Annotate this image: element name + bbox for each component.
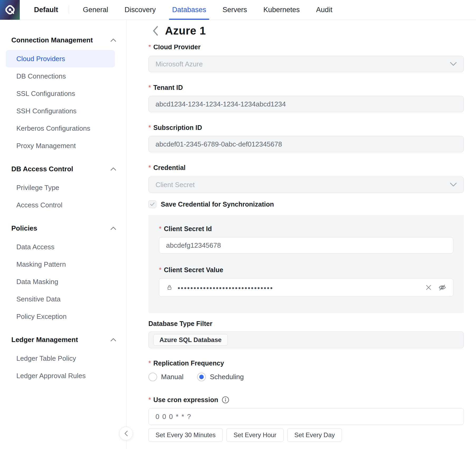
workspace-selector[interactable]: Default	[34, 6, 58, 14]
tab-audit[interactable]: Audit	[316, 0, 332, 20]
sidebar-section-connection-management[interactable]: Connection Management	[11, 36, 116, 44]
chevron-up-icon	[110, 38, 116, 42]
chevron-up-icon	[110, 227, 116, 230]
cloud-provider-label: * Cloud Provider	[148, 45, 464, 51]
sidebar-item-kerberos-configurations[interactable]: Kerberos Configurations	[6, 120, 115, 137]
app-logo[interactable]	[0, 0, 20, 20]
subscription-id-label: * Subscription ID	[148, 123, 464, 132]
client-secret-id-field[interactable]: abcdefg12345678	[159, 237, 453, 253]
info-icon[interactable]	[222, 396, 229, 404]
sidebar-section-db-access-control[interactable]: DB Access Control	[11, 165, 116, 173]
radio-manual[interactable]	[148, 373, 157, 381]
client-secret-id-value: abcdefg12345678	[166, 241, 221, 250]
client-secret-panel: * Client Secret Id abcdefg12345678 * Cli…	[148, 215, 464, 313]
back-button[interactable]	[152, 26, 159, 36]
sidebar-section-ledger-management[interactable]: Ledger Management	[11, 336, 116, 344]
cron-expression-label: * Use cron expression	[148, 396, 464, 404]
check-icon	[150, 202, 155, 206]
sidebar-item-data-masking[interactable]: Data Masking	[6, 273, 115, 290]
close-icon	[426, 285, 431, 290]
set-every-30-minutes-button[interactable]: Set Every 30 Minutes	[148, 428, 223, 442]
sidebar-item-masking-pattern[interactable]: Masking Pattern	[6, 256, 115, 273]
required-asterisk: *	[148, 123, 151, 132]
set-every-hour-button[interactable]: Set Every Hour	[226, 428, 284, 442]
sidebar: Connection Management Cloud Providers DB…	[0, 20, 127, 449]
sidebar-item-ledger-table-policy[interactable]: Ledger Table Policy	[6, 350, 115, 367]
replication-frequency-options: Manual Scheduling	[148, 373, 464, 381]
client-secret-value-label: * Client Secret Value	[159, 266, 453, 274]
chevron-up-icon	[110, 167, 116, 171]
sidebar-item-sensitive-data[interactable]: Sensitive Data	[6, 290, 115, 308]
set-every-day-button[interactable]: Set Every Day	[287, 428, 342, 442]
chevron-up-icon	[110, 338, 116, 341]
tab-servers[interactable]: Servers	[222, 0, 247, 20]
tab-general[interactable]: General	[83, 0, 108, 20]
database-type-tag[interactable]: Azure SQL Database	[153, 334, 228, 346]
topbar-divider	[69, 5, 69, 14]
sidebar-item-ledger-approval-rules[interactable]: Ledger Approval Rules	[6, 367, 115, 384]
required-asterisk: *	[148, 45, 151, 51]
cloud-provider-select[interactable]: Microsoft Azure	[148, 56, 464, 72]
radio-scheduling-label: Scheduling	[210, 373, 244, 381]
sidebar-section-policies[interactable]: Policies	[11, 224, 116, 232]
client-secret-id-label: * Client Secret Id	[159, 224, 453, 233]
required-asterisk: *	[159, 224, 162, 233]
save-credential-checkbox[interactable]	[148, 200, 156, 208]
sidebar-item-privilege-type[interactable]: Privilege Type	[6, 179, 115, 196]
sidebar-item-ssl-configurations[interactable]: SSL Configurations	[6, 85, 115, 102]
logo-icon	[4, 4, 16, 16]
credential-value: Client Secret	[156, 181, 195, 189]
cloud-provider-value: Microsoft Azure	[156, 60, 203, 68]
clear-input-button[interactable]	[426, 285, 431, 290]
chevron-left-icon	[124, 431, 128, 436]
toggle-visibility-button[interactable]	[438, 284, 446, 291]
section-title-label: Connection Management	[11, 36, 93, 44]
sidebar-item-db-connections[interactable]: DB Connections	[6, 67, 115, 85]
masked-password-value: ••••••••••••••••••••••••••••••	[178, 284, 273, 292]
form-scroll-area: * Cloud Provider Microsoft Azure * Tenan…	[127, 45, 476, 449]
page-title: Azure 1	[165, 25, 206, 37]
tenant-id-value: abcd1234-1234-1234-1234-1234abcd1234	[156, 100, 286, 108]
radio-option-manual[interactable]: Manual	[148, 373, 183, 381]
credential-label: * Credential	[148, 163, 464, 172]
lock-icon	[166, 284, 173, 291]
radio-manual-label: Manual	[161, 373, 183, 381]
subscription-id-field[interactable]: abcdef01-2345-6789-0abc-def012345678	[148, 136, 464, 152]
radio-scheduling[interactable]	[197, 373, 206, 381]
subscription-id-value: abcdef01-2345-6789-0abc-def012345678	[156, 140, 282, 148]
cron-expression-input[interactable]	[148, 408, 464, 425]
sidebar-item-policy-exception[interactable]: Policy Exception	[6, 308, 115, 325]
sidebar-item-cloud-providers[interactable]: Cloud Providers	[6, 50, 115, 67]
required-asterisk: *	[148, 83, 151, 92]
tenant-id-field[interactable]: abcd1234-1234-1234-1234-1234abcd1234	[148, 96, 464, 112]
sidebar-item-data-access[interactable]: Data Access	[6, 238, 115, 256]
main-content: Azure 1 * Cloud Provider Microsoft Azure…	[127, 20, 476, 449]
chevron-down-icon	[450, 62, 457, 66]
sidebar-item-ssh-configurations[interactable]: SSH Configurations	[6, 102, 115, 120]
radio-option-scheduling[interactable]: Scheduling	[197, 373, 244, 381]
chevron-down-icon	[450, 183, 457, 187]
credential-select[interactable]: Client Secret	[148, 177, 464, 193]
topbar: Default General Discovery Databases Serv…	[0, 0, 476, 20]
database-type-filter-label: Database Type Filter	[148, 319, 464, 328]
tab-discovery[interactable]: Discovery	[125, 0, 156, 20]
sidebar-item-proxy-management[interactable]: Proxy Management	[6, 137, 115, 154]
required-asterisk: *	[159, 266, 162, 274]
tab-databases[interactable]: Databases	[172, 0, 206, 20]
section-title-label: DB Access Control	[11, 165, 73, 173]
client-secret-value-field[interactable]: ••••••••••••••••••••••••••••••	[159, 278, 453, 297]
required-asterisk: *	[148, 163, 151, 172]
save-credential-label: Save Credential for Synchronization	[161, 201, 274, 208]
eye-invisible-icon	[438, 284, 446, 291]
required-asterisk: *	[148, 396, 151, 404]
chevron-left-icon	[152, 26, 159, 36]
tab-kubernetes[interactable]: Kubernetes	[263, 0, 300, 20]
sidebar-collapse-button[interactable]	[119, 427, 133, 440]
cron-preset-buttons: Set Every 30 Minutes Set Every Hour Set …	[148, 428, 464, 442]
tenant-id-label: * Tenant ID	[148, 83, 464, 92]
save-credential-checkbox-row[interactable]: Save Credential for Synchronization	[148, 200, 464, 208]
section-title-label: Ledger Management	[11, 336, 78, 344]
section-title-label: Policies	[11, 224, 37, 232]
sidebar-item-access-control[interactable]: Access Control	[6, 196, 115, 214]
database-type-filter-field[interactable]: Azure SQL Database	[148, 331, 464, 348]
